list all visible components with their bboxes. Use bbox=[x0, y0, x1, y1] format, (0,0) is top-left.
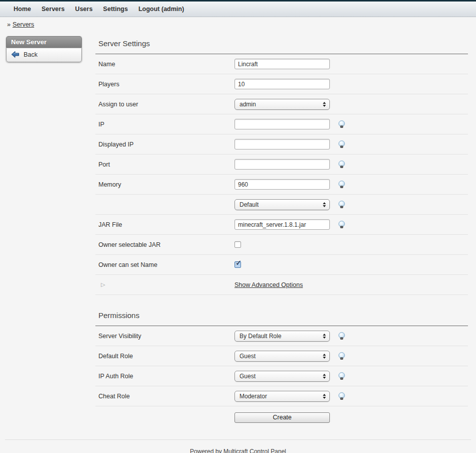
back-label: Back bbox=[24, 51, 38, 58]
nav-item-settings[interactable]: Settings bbox=[103, 6, 128, 13]
select-arrows-icon bbox=[323, 334, 326, 339]
select-value: Default bbox=[240, 201, 323, 208]
form-row-advanced: ▷ Show Advanced Options bbox=[95, 275, 468, 295]
displayed-ip-input[interactable] bbox=[234, 139, 330, 149]
ip-hint-bulb-icon[interactable] bbox=[338, 120, 345, 128]
form-row-owner-can-set-name: Owner can set Name ✓ bbox=[95, 255, 468, 275]
back-button[interactable]: Back bbox=[11, 51, 77, 58]
jar-hint-bulb-icon[interactable] bbox=[338, 221, 345, 229]
form-row-ip-auth-role: IP Auth Role Guest bbox=[95, 366, 468, 386]
memory-input[interactable] bbox=[234, 179, 330, 190]
nav-item-home[interactable]: Home bbox=[14, 6, 31, 13]
select-arrows-icon bbox=[323, 374, 326, 379]
select-arrows-icon bbox=[323, 394, 326, 399]
default-role-label: Default Role bbox=[98, 353, 234, 360]
select-arrows-icon bbox=[323, 354, 326, 359]
server-visibility-select[interactable]: By Default Role bbox=[234, 331, 330, 342]
cheat-role-label: Cheat Role bbox=[98, 393, 234, 400]
back-arrow-icon bbox=[11, 51, 20, 58]
form-row-create: Create bbox=[95, 406, 468, 426]
visibility-hint-bulb-icon[interactable] bbox=[338, 332, 345, 340]
select-arrows-icon bbox=[323, 102, 326, 107]
form-row-name: Name bbox=[95, 54, 468, 74]
expand-triangle-icon[interactable]: ▷ bbox=[98, 281, 234, 288]
breadcrumb: »Servers bbox=[0, 17, 476, 31]
nav-item-users[interactable]: Users bbox=[75, 6, 93, 13]
form-row-world-type: Default bbox=[95, 195, 468, 215]
ip-input[interactable] bbox=[234, 119, 330, 129]
owner-selectable-jar-label: Owner selectable JAR bbox=[98, 241, 234, 248]
form-row-ip: IP bbox=[95, 114, 468, 134]
permissions-title: Permissions bbox=[95, 308, 468, 326]
sidebar-title: New Server bbox=[6, 36, 82, 48]
default-role-select[interactable]: Guest bbox=[234, 351, 330, 362]
form-row-players: Players bbox=[95, 74, 468, 94]
owner-can-set-name-label: Owner can set Name bbox=[98, 261, 234, 268]
select-value: Guest bbox=[240, 373, 323, 380]
checkmark-icon: ✓ bbox=[235, 259, 242, 266]
form-row-owner-selectable-jar: Owner selectable JAR bbox=[95, 235, 468, 255]
assign-user-select[interactable]: admin bbox=[234, 99, 330, 110]
players-input[interactable] bbox=[234, 79, 330, 89]
select-value: Moderator bbox=[240, 393, 323, 400]
nav-item-servers[interactable]: Servers bbox=[42, 6, 65, 13]
displayed-ip-label: Displayed IP bbox=[98, 141, 234, 148]
create-button[interactable]: Create bbox=[234, 412, 330, 423]
form-row-port: Port bbox=[95, 155, 468, 175]
sidebar-panel: New Server Back bbox=[6, 36, 82, 62]
ip-auth-role-label: IP Auth Role bbox=[98, 373, 234, 380]
breadcrumb-marker: » bbox=[7, 21, 11, 28]
jar-file-label: JAR File bbox=[98, 221, 234, 228]
select-value: Guest bbox=[240, 353, 323, 360]
powered-by-text: Powered by bbox=[190, 448, 221, 453]
displayed-ip-hint-bulb-icon[interactable] bbox=[338, 140, 345, 148]
port-hint-bulb-icon[interactable] bbox=[338, 161, 345, 169]
name-input[interactable] bbox=[234, 59, 330, 69]
owner-can-set-name-checkbox[interactable]: ✓ bbox=[234, 261, 241, 268]
server-settings-title: Server Settings bbox=[95, 36, 468, 54]
memory-label: Memory bbox=[98, 181, 234, 188]
ip-label: IP bbox=[98, 121, 234, 128]
server-visibility-label: Server Visibility bbox=[98, 333, 234, 340]
select-value: By Default Role bbox=[240, 333, 323, 340]
owner-selectable-jar-checkbox[interactable] bbox=[234, 241, 241, 248]
multicraft-link[interactable]: Multicraft Control Panel bbox=[223, 448, 286, 453]
default-role-hint-bulb-icon[interactable] bbox=[338, 352, 345, 360]
nav-item-logout[interactable]: Logout (admin) bbox=[139, 6, 184, 13]
port-label: Port bbox=[98, 161, 234, 168]
name-label: Name bbox=[98, 61, 234, 68]
cheat-role-hint-bulb-icon[interactable] bbox=[338, 392, 345, 400]
page-footer: Powered by Multicraft Control Panel bbox=[5, 439, 471, 453]
ip-auth-hint-bulb-icon[interactable] bbox=[338, 372, 345, 380]
default-select[interactable]: Default bbox=[234, 199, 330, 210]
show-advanced-link[interactable]: Show Advanced Options bbox=[234, 281, 303, 288]
select-arrows-icon bbox=[323, 202, 326, 207]
top-navbar: Home Servers Users Settings Logout (admi… bbox=[0, 2, 476, 17]
players-label: Players bbox=[98, 81, 234, 88]
assign-user-label: Assign to user bbox=[98, 101, 234, 108]
form-row-default-role: Default Role Guest bbox=[95, 346, 468, 366]
form-row-server-visibility: Server Visibility By Default Role bbox=[95, 326, 468, 346]
default-hint-bulb-icon[interactable] bbox=[338, 201, 345, 209]
form-row-cheat-role: Cheat Role Moderator bbox=[95, 386, 468, 406]
select-value: admin bbox=[240, 101, 323, 108]
form-row-jar-file: JAR File bbox=[95, 215, 468, 235]
port-input[interactable] bbox=[234, 159, 330, 170]
form-row-displayed-ip: Displayed IP bbox=[95, 134, 468, 155]
form-row-assign-user: Assign to user admin bbox=[95, 94, 468, 114]
jar-file-input[interactable] bbox=[234, 219, 330, 230]
ip-auth-role-select[interactable]: Guest bbox=[234, 371, 330, 382]
breadcrumb-servers-link[interactable]: Servers bbox=[13, 21, 34, 28]
form-row-memory: Memory bbox=[95, 175, 468, 195]
cheat-role-select[interactable]: Moderator bbox=[234, 391, 330, 402]
memory-hint-bulb-icon[interactable] bbox=[338, 181, 345, 189]
